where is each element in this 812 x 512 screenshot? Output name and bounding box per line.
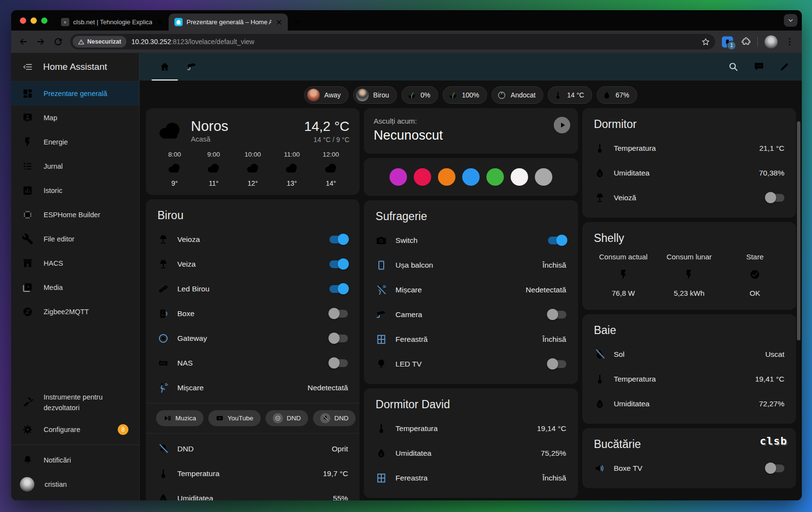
weather-card[interactable]: Noros Acasă 14,2 °C 14 °C / 9 °C 8:009° [146, 108, 359, 195]
sidebar-item-media[interactable]: Media [11, 275, 139, 300]
entity-row-umiditatea[interactable]: Umiditatea 75,25% [372, 441, 569, 465]
browser-profile-avatar[interactable] [765, 35, 778, 48]
toggle-switch[interactable] [329, 285, 348, 293]
color-dot[interactable] [486, 168, 504, 186]
color-dot[interactable] [511, 168, 528, 186]
toggle-switch[interactable] [548, 360, 566, 368]
shelly-col-stare[interactable]: Stare OK [722, 253, 788, 297]
reload-button[interactable] [53, 36, 63, 47]
toggle-switch[interactable] [548, 311, 566, 319]
entity-row-gateway[interactable]: Gateway [154, 326, 351, 351]
sidebar-item-logbook[interactable]: Jurnal [11, 154, 139, 178]
toggle-switch[interactable] [329, 359, 348, 367]
play-button[interactable] [554, 117, 570, 133]
close-tab-icon[interactable] [156, 18, 164, 26]
forward-button[interactable] [35, 36, 46, 47]
chip-person-birou[interactable]: Birou [353, 86, 397, 104]
color-dot[interactable] [462, 168, 480, 186]
chip-dnd-off[interactable]: DND [313, 410, 356, 426]
toggle-switch[interactable] [766, 194, 784, 202]
sidebar-item-hacs[interactable]: HACS [11, 251, 139, 275]
entity-row-veioza[interactable]: Veioză [591, 185, 788, 210]
window-controls[interactable] [11, 10, 55, 31]
sidebar-item-file-editor[interactable]: File editor [11, 227, 139, 251]
entity-row-fereastra[interactable]: Fereastră Închisă [372, 327, 569, 352]
back-button[interactable] [18, 36, 29, 47]
entity-row-dnd[interactable]: DND Oprit [154, 436, 351, 461]
chip-person-away[interactable]: Away [304, 86, 348, 104]
bookmark-star-icon[interactable] [701, 37, 710, 47]
new-tab-button[interactable] [291, 15, 304, 29]
close-tab-icon[interactable] [275, 18, 283, 26]
entity-row-led-birou[interactable]: Led Birou [154, 276, 351, 301]
entity-row-fereastra[interactable]: Fereastra Închisă [372, 465, 569, 490]
security-chip[interactable]: Nesecurizat [73, 36, 126, 48]
entity-row-temperatura[interactable]: Temperatura 19,14 °C [372, 416, 569, 441]
color-dot[interactable] [390, 168, 407, 186]
sidebar-item-dev-tools[interactable]: Instrumente pentru dezvoltatori [11, 387, 139, 417]
url-text[interactable]: 10.20.30.252:8123/lovelace/default_view [131, 38, 696, 46]
sidebar-item-overview[interactable]: Prezentare generală [11, 81, 139, 106]
chip-dnd-on[interactable]: DND [265, 410, 308, 426]
browser-tab-inactive[interactable]: c clsb.net | Tehnologie Explicat [55, 14, 169, 31]
entity-row-umiditatea[interactable]: Umiditatea 55% [154, 486, 351, 500]
chip-muzica[interactable]: Muzica [156, 410, 203, 426]
sidebar-item-user[interactable]: cristian [11, 472, 139, 496]
extensions-puzzle-button[interactable] [740, 36, 750, 47]
search-icon[interactable] [728, 61, 739, 72]
entity-row-sol[interactable]: Sol Uscat [591, 342, 788, 367]
entity-row-miscare[interactable]: Mișcare Nedetectată [372, 277, 569, 302]
content-scrollbar[interactable] [797, 121, 800, 340]
edit-dashboard-icon[interactable] [779, 61, 790, 72]
color-dot[interactable] [535, 168, 552, 186]
entity-row-usa-balcon[interactable]: Ușa balcon Închisă [372, 253, 569, 277]
entity-row-switch[interactable]: Switch [372, 228, 569, 253]
tab-search-button[interactable] [784, 14, 797, 27]
maximize-window-button[interactable] [41, 17, 47, 24]
toggle-switch[interactable] [766, 464, 784, 472]
entity-row-led-tv[interactable]: LED TV [372, 352, 569, 376]
chip-youtube[interactable]: YouTube [208, 410, 261, 426]
media-player-card[interactable]: Asculți acum: Necunoscut [364, 108, 578, 154]
sidebar-item-zigbee2mqtt[interactable]: Zigbee2MQTT [11, 300, 139, 324]
chip-humidity[interactable]: 67% [597, 86, 637, 104]
entity-row-temperatura[interactable]: Temperatura 21,1 °C [591, 136, 788, 160]
entity-row-umiditatea[interactable]: Umiditatea 70,38% [591, 160, 788, 185]
view-tab-home[interactable] [151, 53, 178, 80]
shelly-col-consum-lunar[interactable]: Consum lunar 5,23 kWh [656, 253, 722, 297]
sidebar-item-energy[interactable]: Energie [11, 130, 139, 154]
toggle-switch[interactable] [329, 335, 348, 342]
entity-row-nas[interactable]: NAS [154, 351, 351, 375]
toggle-switch[interactable] [329, 236, 348, 243]
minimize-window-button[interactable] [31, 17, 37, 24]
sidebar-item-history[interactable]: Istoric [11, 178, 139, 203]
entity-row-miscare[interactable]: Mișcare Nedetectată [154, 375, 351, 400]
sidebar-collapse-icon[interactable] [22, 61, 33, 73]
toggle-switch[interactable] [329, 310, 348, 318]
view-tab-cameras[interactable] [178, 53, 205, 80]
address-bar[interactable]: Nesecurizat 10.20.30.252:8123/lovelace/d… [70, 34, 715, 49]
entity-row-temperatura[interactable]: Temperatura 19,41 °C [591, 367, 788, 391]
browser-menu-button[interactable] [784, 36, 795, 47]
color-dot[interactable] [438, 168, 455, 186]
extension-shield-button[interactable]: 1 [722, 36, 733, 48]
chip-plant-0[interactable]: 0% [402, 86, 438, 104]
entity-row-veiza[interactable]: Veiza [154, 252, 351, 276]
chip-temperature[interactable]: 14 °C [548, 86, 592, 104]
entity-row-umiditatea[interactable]: Umiditatea 72,27% [591, 391, 788, 416]
entity-row-boxe-tv[interactable]: Boxe TV [591, 456, 788, 480]
assist-chat-icon[interactable] [753, 61, 765, 72]
entity-row-temperatura[interactable]: Temperatura 19,7 °C [154, 461, 351, 486]
color-dot[interactable] [414, 168, 431, 186]
sidebar-item-map[interactable]: Map [11, 106, 139, 130]
entity-row-veioza[interactable]: Veioza [154, 227, 351, 252]
shelly-col-consum-actual[interactable]: Consum actual 76,8 W [591, 253, 656, 297]
chip-plant-100[interactable]: 100% [443, 86, 487, 104]
toggle-switch[interactable] [329, 260, 348, 268]
entity-row-camera[interactable]: Camera [372, 302, 569, 327]
sidebar-item-esphome[interactable]: ESPHome Builder [11, 203, 139, 227]
chip-vacuum[interactable]: Andocat [492, 86, 543, 104]
sidebar-item-settings[interactable]: Configurare 8 [11, 417, 139, 442]
entity-row-boxe[interactable]: Boxe [154, 301, 351, 326]
close-window-button[interactable] [20, 17, 26, 24]
